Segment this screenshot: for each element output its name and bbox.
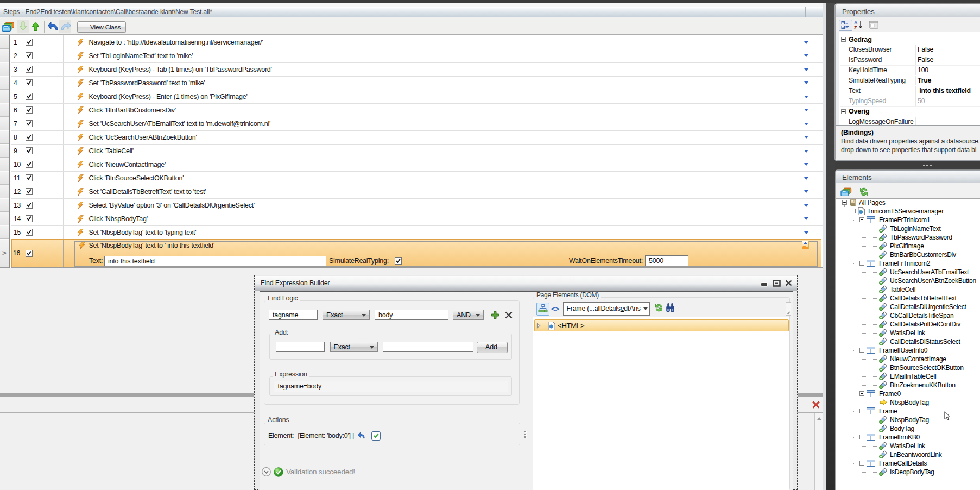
svg-text:Z: Z — [854, 25, 857, 30]
